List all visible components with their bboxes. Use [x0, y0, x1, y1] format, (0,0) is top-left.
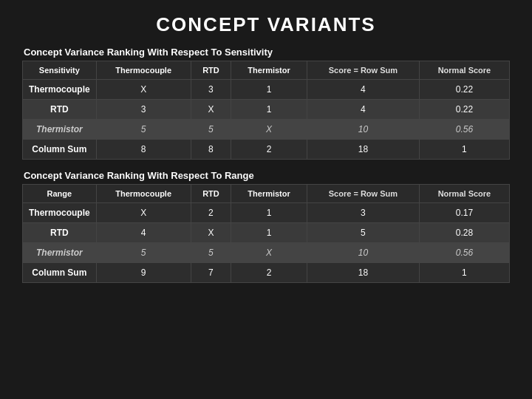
row-label: RTD — [23, 223, 97, 243]
table-cell: 0.22 — [419, 100, 509, 120]
row-label: RTD — [23, 100, 97, 120]
table-cell: 5 — [191, 120, 231, 140]
table-cell: 0.56 — [419, 120, 509, 140]
col-header-normal-2: Normal Score — [419, 185, 509, 203]
table-row: ThermocoupleX3140.22 — [23, 80, 510, 100]
col-header-rtd-2: RTD — [191, 185, 231, 203]
table-cell: 3 — [96, 100, 191, 120]
table-cell: 3 — [307, 203, 419, 223]
table1: Sensitivity Thermocouple RTD Thermistor … — [22, 61, 510, 160]
col-header-thermistor-2: Thermistor — [231, 185, 307, 203]
table-row: RTD3X140.22 — [23, 100, 510, 120]
table-cell: 4 — [307, 100, 419, 120]
col-header-score-1: Score = Row Sum — [307, 61, 419, 80]
table-cell: 2 — [231, 263, 307, 283]
table-cell: 1 — [231, 80, 307, 100]
table-cell: 8 — [191, 140, 231, 160]
table-cell: 0.22 — [419, 80, 509, 100]
table-cell: 10 — [307, 120, 419, 140]
table-cell: 3 — [191, 80, 231, 100]
table-cell: 4 — [307, 80, 419, 100]
table-cell: 18 — [307, 140, 419, 160]
table-row: Thermistor55X100.56 — [23, 120, 510, 140]
table-cell: 4 — [96, 223, 191, 243]
table-cell: 9 — [96, 263, 191, 283]
table-cell: 18 — [307, 263, 419, 283]
row-label: Thermocouple — [23, 203, 97, 223]
table2-section-title: Concept Variance Ranking With Respect To… — [24, 170, 510, 181]
main-title: CONCEPT VARIANTS — [22, 13, 510, 36]
row-label: Thermocouple — [23, 80, 97, 100]
table-cell: X — [96, 80, 191, 100]
table1-wrapper: Concept Variance Ranking With Respect To… — [22, 47, 510, 160]
col-header-sensitivity: Sensitivity — [23, 61, 97, 80]
col-header-thermocouple-1: Thermocouple — [96, 61, 191, 80]
table2: Range Thermocouple RTD Thermistor Score … — [22, 184, 510, 283]
table2-wrapper: Concept Variance Ranking With Respect To… — [22, 170, 510, 283]
table-cell: 1 — [231, 203, 307, 223]
col-header-normal-1: Normal Score — [419, 61, 509, 80]
table-cell: 2 — [191, 203, 231, 223]
row-label: Thermistor — [23, 120, 97, 140]
row-label: Column Sum — [23, 140, 97, 160]
table-cell: 0.28 — [419, 223, 509, 243]
table-cell: 1 — [419, 263, 509, 283]
col-header-thermistor-1: Thermistor — [231, 61, 307, 80]
row-label: Thermistor — [23, 243, 97, 263]
table-cell: X — [191, 223, 231, 243]
table-cell: 2 — [231, 140, 307, 160]
table-row: RTD4X150.28 — [23, 223, 510, 243]
table-row: Thermistor55X100.56 — [23, 243, 510, 263]
col-header-score-2: Score = Row Sum — [307, 185, 419, 203]
table-cell: X — [231, 243, 307, 263]
table-cell: 0.17 — [419, 203, 509, 223]
table-cell: 7 — [191, 263, 231, 283]
col-header-rtd-1: RTD — [191, 61, 231, 80]
table-cell: X — [231, 120, 307, 140]
table-cell: 5 — [96, 243, 191, 263]
col-header-thermocouple-2: Thermocouple — [96, 185, 191, 203]
table-cell: 5 — [307, 223, 419, 243]
table-row: Column Sum882181 — [23, 140, 510, 160]
table-cell: 10 — [307, 243, 419, 263]
table1-section-title: Concept Variance Ranking With Respect To… — [24, 47, 510, 58]
table-cell: 1 — [419, 140, 509, 160]
table-row: ThermocoupleX2130.17 — [23, 203, 510, 223]
row-label: Column Sum — [23, 263, 97, 283]
table-cell: 1 — [231, 100, 307, 120]
table-cell: 5 — [191, 243, 231, 263]
table-cell: X — [96, 203, 191, 223]
table-cell: 8 — [96, 140, 191, 160]
table-cell: 0.56 — [419, 243, 509, 263]
page-container: CONCEPT VARIANTS Concept Variance Rankin… — [0, 0, 532, 399]
table-cell: 5 — [96, 120, 191, 140]
table-cell: X — [191, 100, 231, 120]
table-row: Column Sum972181 — [23, 263, 510, 283]
col-header-range: Range — [23, 185, 97, 203]
table-cell: 1 — [231, 223, 307, 243]
